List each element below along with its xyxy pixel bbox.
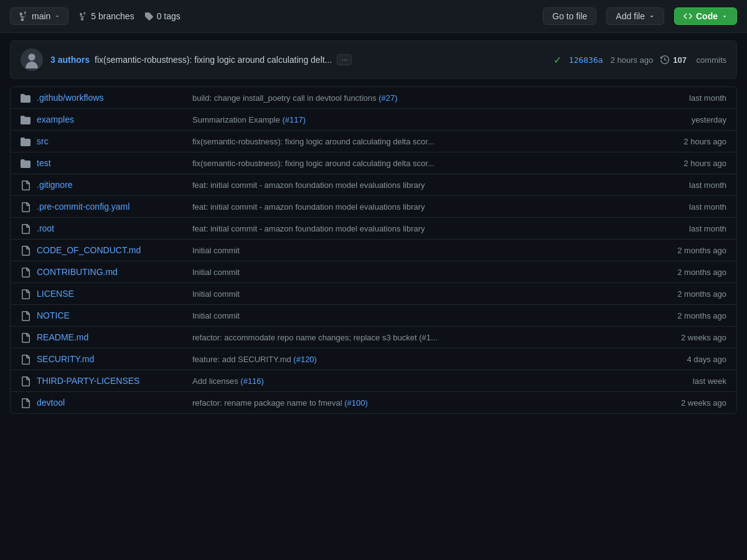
tags-link[interactable]: 0 tags	[144, 11, 181, 21]
file-name-link[interactable]: devtool	[37, 398, 65, 408]
file-time: 2 hours ago	[639, 137, 726, 146]
file-name-link[interactable]: README.md	[37, 332, 88, 342]
dots-button[interactable]: ···	[337, 54, 352, 65]
file-name-cell: .root	[21, 223, 182, 234]
table-row: .pre-commit-config.yamlfeat: initial com…	[11, 196, 736, 218]
commit-hash[interactable]: 126836a	[569, 55, 603, 65]
file-commit-message[interactable]: feature: add SECURITY.md (#120)	[192, 355, 629, 364]
commit-link[interactable]: (#117)	[283, 115, 306, 124]
file-icon	[21, 353, 31, 365]
file-time: yesterday	[639, 115, 726, 124]
file-commit-message[interactable]: feat: initial commit - amazon foundation…	[192, 224, 629, 233]
file-commit-message[interactable]: build: change install_poetry call in dev…	[192, 93, 629, 103]
file-time: last month	[639, 202, 726, 212]
check-icon: ✓	[553, 54, 561, 66]
commit-message[interactable]: fix(semantic-robustness): fixing logic a…	[95, 55, 332, 65]
commit-link[interactable]: (#100)	[344, 398, 368, 408]
branch-selector[interactable]: main	[10, 7, 68, 25]
file-name-cell: README.md	[21, 332, 182, 343]
file-name-link[interactable]: THIRD-PARTY-LICENSES	[37, 376, 139, 386]
table-row: NOTICEInitial commit2 months ago	[11, 305, 736, 327]
go-to-file-button[interactable]: Go to file	[543, 7, 596, 25]
avatar-image	[23, 51, 40, 68]
file-name-link[interactable]: CONTRIBUTING.md	[37, 267, 118, 277]
file-commit-message[interactable]: Initial commit	[192, 246, 629, 255]
file-name-link[interactable]: CODE_OF_CONDUCT.md	[37, 245, 141, 255]
table-row: SECURITY.mdfeature: add SECURITY.md (#12…	[11, 348, 736, 370]
file-commit-message[interactable]: feat: initial commit - amazon foundation…	[192, 202, 629, 212]
file-name-link[interactable]: .gitignore	[37, 180, 73, 190]
tag-icon	[144, 12, 153, 21]
folder-icon	[21, 114, 31, 125]
chevron-down-icon	[649, 13, 655, 19]
file-commit-message[interactable]: Initial commit	[192, 311, 629, 320]
file-commit-message[interactable]: feat: initial commit - amazon foundation…	[192, 180, 629, 190]
file-commit-message[interactable]: Initial commit	[192, 268, 629, 277]
file-name-link[interactable]: test	[37, 158, 51, 168]
file-name-cell: CONTRIBUTING.md	[21, 266, 182, 278]
file-icon	[21, 288, 31, 299]
file-name-link[interactable]: .github/workflows	[37, 93, 103, 103]
file-icon	[21, 201, 31, 212]
folder-icon	[21, 92, 31, 103]
svg-point-1	[28, 54, 35, 60]
authors-link[interactable]: 3 authors	[50, 55, 90, 65]
file-commit-message[interactable]: fix(semantic-robustness): fixing logic a…	[192, 159, 629, 168]
file-name-link[interactable]: NOTICE	[37, 310, 70, 320]
tags-count: 0	[157, 11, 162, 21]
file-icon	[21, 332, 31, 343]
branches-icon	[78, 12, 87, 21]
file-commit-message[interactable]: Add licenses (#116)	[192, 376, 629, 386]
file-time: 2 weeks ago	[639, 398, 726, 408]
file-time: 2 months ago	[639, 246, 726, 255]
file-name-link[interactable]: examples	[37, 114, 74, 124]
table-row: CONTRIBUTING.mdInitial commit2 months ag…	[11, 261, 736, 283]
table-row: testfix(semantic-robustness): fixing log…	[11, 152, 736, 174]
file-commit-message[interactable]: Initial commit	[192, 289, 629, 299]
commit-link[interactable]: (#120)	[293, 355, 317, 364]
add-file-button[interactable]: Add file	[606, 7, 664, 25]
history-icon	[660, 55, 669, 64]
file-commit-message[interactable]: refactor: rename package name to fmeval …	[192, 398, 629, 408]
file-name-link[interactable]: LICENSE	[37, 289, 74, 299]
file-icon	[21, 179, 31, 190]
table-row: CODE_OF_CONDUCT.mdInitial commit2 months…	[11, 240, 736, 261]
table-row: THIRD-PARTY-LICENSESAdd licenses (#116)l…	[11, 370, 736, 392]
tags-text: tags	[164, 11, 180, 21]
file-icon	[21, 375, 31, 386]
file-name-cell: .github/workflows	[21, 92, 182, 103]
file-name-link[interactable]: .pre-commit-config.yaml	[37, 202, 129, 212]
file-name-link[interactable]: src	[37, 136, 49, 146]
file-time: last month	[639, 224, 726, 233]
folder-icon	[21, 136, 31, 147]
branches-link[interactable]: 5 branches	[78, 11, 134, 21]
file-time: 2 months ago	[639, 289, 726, 299]
table-row: LICENSEInitial commit2 months ago	[11, 283, 736, 305]
code-button[interactable]: Code	[674, 7, 737, 25]
file-time: 2 weeks ago	[639, 333, 726, 342]
table-row: .rootfeat: initial commit - amazon found…	[11, 218, 736, 240]
file-name-cell: NOTICE	[21, 310, 182, 321]
table-row: .github/workflowsbuild: change install_p…	[11, 87, 736, 109]
branches-text: branches	[98, 11, 134, 21]
file-name-link[interactable]: SECURITY.md	[37, 354, 94, 364]
file-commit-message[interactable]: Summarization Example (#117)	[192, 115, 629, 124]
file-icon	[21, 310, 31, 321]
commit-link[interactable]: (#116)	[240, 376, 264, 386]
file-name-cell: SECURITY.md	[21, 353, 182, 365]
file-time: 2 months ago	[639, 311, 726, 320]
file-name-link[interactable]: .root	[37, 223, 54, 233]
commits-history-link[interactable]: 107 commits	[660, 55, 726, 65]
file-name-cell: src	[21, 136, 182, 147]
file-commit-message[interactable]: fix(semantic-robustness): fixing logic a…	[192, 137, 629, 146]
file-commit-message[interactable]: refactor: accommodate repo name changes;…	[192, 333, 629, 342]
file-icon	[21, 397, 31, 408]
commit-link[interactable]: (#27)	[378, 93, 397, 103]
file-name-cell: CODE_OF_CONDUCT.md	[21, 245, 182, 256]
top-bar: main 5 branches 0 tags Go to file Add fi…	[0, 0, 747, 33]
file-name-cell: test	[21, 157, 182, 169]
file-icon	[21, 266, 31, 278]
avatar	[21, 49, 43, 71]
file-time: 4 days ago	[639, 355, 726, 364]
table-row: examplesSummarization Example (#117)yest…	[11, 109, 736, 131]
